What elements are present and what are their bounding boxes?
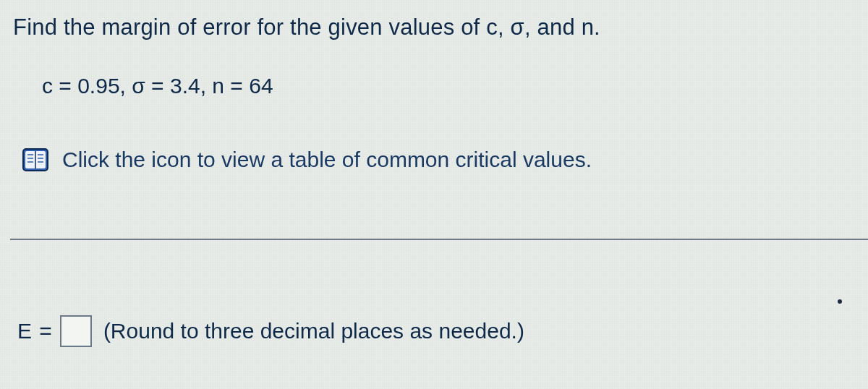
book-icon: [20, 145, 51, 175]
question-prompt: Find the margin of error for the given v…: [13, 14, 600, 40]
answer-row: E = (Round to three decimal places as ne…: [17, 315, 524, 347]
margin-of-error-input[interactable]: [60, 315, 92, 347]
given-values: c = 0.95, σ = 3.4, n = 64: [42, 74, 273, 98]
critical-values-link-text: Click the icon to view a table of common…: [62, 148, 592, 172]
decorative-dot: [838, 299, 842, 304]
critical-values-link[interactable]: Click the icon to view a table of common…: [20, 145, 592, 175]
answer-label: E =: [17, 319, 53, 343]
rounding-hint: (Round to three decimal places as needed…: [103, 319, 524, 343]
section-divider: [10, 239, 868, 240]
